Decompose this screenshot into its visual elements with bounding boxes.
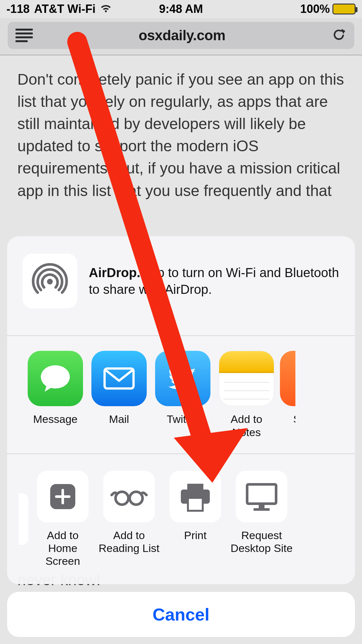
share-app-message[interactable]: Message xyxy=(25,351,86,438)
add-home-icon xyxy=(37,471,88,522)
address-bar[interactable]: osxdaily.com xyxy=(8,22,354,49)
svg-rect-9 xyxy=(259,504,265,508)
safari-icon xyxy=(280,351,295,406)
notes-icon xyxy=(219,351,274,406)
share-apps-row[interactable]: Message Mail Twitter xyxy=(7,336,355,453)
status-bar: -118 AT&T Wi-Fi 9:48 AM 100% xyxy=(0,0,362,18)
svg-point-4 xyxy=(130,492,143,505)
mail-icon xyxy=(91,351,147,406)
svg-rect-7 xyxy=(188,498,203,511)
safari-toolbar: osxdaily.com xyxy=(0,18,362,55)
article-paragraph: Don't completely panic if you see an app… xyxy=(17,68,345,202)
print-icon xyxy=(170,471,221,522)
airdrop-text: AirDrop. Tap to turn on Wi-Fi and Blueto… xyxy=(89,264,339,298)
svg-rect-6 xyxy=(187,484,203,491)
reading-list-icon xyxy=(103,471,155,522)
airdrop-icon xyxy=(23,254,77,308)
page-domain: osxdaily.com xyxy=(33,27,331,43)
svg-rect-10 xyxy=(254,508,270,511)
share-app-label: Safari xyxy=(280,413,295,425)
share-app-safari[interactable]: Safari xyxy=(280,351,295,438)
battery-icon xyxy=(332,4,356,14)
desktop-icon xyxy=(236,471,287,522)
action-label: Add to Home Screen xyxy=(31,529,95,567)
action-label: Add to Reading List xyxy=(98,529,159,555)
svg-point-3 xyxy=(116,492,128,505)
share-app-notes[interactable]: Add to Notes xyxy=(216,351,277,438)
action-peek-left[interactable] xyxy=(19,471,28,567)
share-app-mail[interactable]: Mail xyxy=(89,351,149,438)
action-print[interactable]: Print xyxy=(163,471,227,567)
message-icon xyxy=(28,351,83,406)
share-sheet: AirDrop. Tap to turn on Wi-Fi and Blueto… xyxy=(7,236,355,637)
action-reading-list[interactable]: Add to Reading List xyxy=(97,471,161,567)
reader-mode-icon[interactable] xyxy=(15,29,33,42)
action-label: Request Desktop Site xyxy=(231,529,293,555)
reload-icon[interactable] xyxy=(331,27,347,44)
share-app-label: Message xyxy=(33,413,78,425)
cancel-button[interactable]: Cancel xyxy=(7,592,355,637)
svg-point-0 xyxy=(47,279,53,285)
svg-rect-8 xyxy=(247,484,276,504)
action-desktop-site[interactable]: Request Desktop Site xyxy=(230,471,293,567)
twitter-icon xyxy=(155,351,210,406)
share-app-twitter[interactable]: Twitter xyxy=(153,351,213,438)
airdrop-row[interactable]: AirDrop. Tap to turn on Wi-Fi and Blueto… xyxy=(7,236,355,335)
action-add-home[interactable]: Add to Home Screen xyxy=(31,471,95,567)
action-label: Print xyxy=(184,529,207,542)
share-app-label: Twitter xyxy=(167,413,199,425)
share-actions-row[interactable]: Add to Home Screen Add to Reading List P… xyxy=(7,454,355,584)
share-app-label: Add to Notes xyxy=(216,413,277,438)
share-app-label: Mail xyxy=(109,413,129,425)
status-time: 9:48 AM xyxy=(0,2,362,16)
